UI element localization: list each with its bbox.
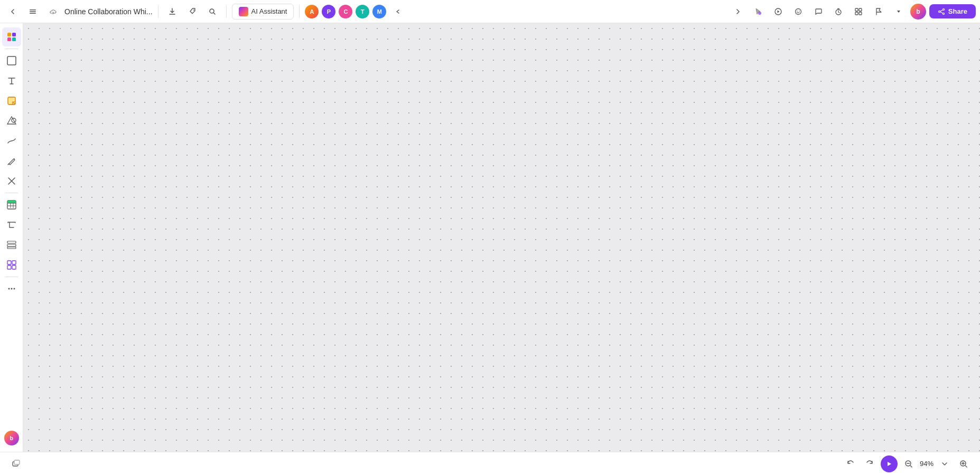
- zoom-out-button[interactable]: [901, 456, 917, 472]
- divider-3: [299, 5, 300, 18]
- collab-avatar-5[interactable]: M: [372, 5, 386, 18]
- collab-avatar-3[interactable]: C: [339, 5, 352, 18]
- expand-right-button[interactable]: [730, 3, 746, 20]
- cursor-collab-button[interactable]: [750, 3, 767, 20]
- more-tools-button[interactable]: [2, 279, 21, 298]
- svg-point-7: [795, 8, 801, 14]
- svg-rect-29: [7, 244, 16, 246]
- sticky-note-tool[interactable]: [2, 91, 21, 110]
- pages-button[interactable]: [8, 456, 24, 472]
- more-options-button[interactable]: [890, 3, 907, 20]
- collab-avatar-1[interactable]: A: [305, 5, 319, 18]
- reactions-button[interactable]: [790, 3, 807, 20]
- zoom-dropdown-button[interactable]: [937, 456, 953, 472]
- toolbar-divider-3: [5, 277, 18, 277]
- svg-point-9: [799, 11, 800, 12]
- svg-point-36: [11, 288, 12, 290]
- ai-icon: [239, 7, 248, 16]
- svg-rect-19: [12, 33, 16, 36]
- user-avatar[interactable]: b: [910, 4, 926, 20]
- svg-rect-33: [7, 265, 11, 269]
- sync-icon: [44, 3, 61, 20]
- svg-rect-39: [14, 460, 20, 464]
- timer-button[interactable]: [830, 3, 847, 20]
- share-button[interactable]: Share: [929, 4, 976, 18]
- svg-point-3: [193, 10, 194, 11]
- ai-assistant-label: AI Assistant: [251, 7, 287, 15]
- back-button[interactable]: [4, 3, 21, 20]
- svg-rect-0: [30, 10, 36, 11]
- undo-button[interactable]: [843, 456, 858, 472]
- ai-assistant-button[interactable]: AI Assistant: [232, 4, 294, 20]
- svg-point-37: [13, 288, 15, 290]
- svg-rect-22: [7, 56, 16, 65]
- flag-button[interactable]: [870, 3, 887, 20]
- frame-tool[interactable]: [2, 51, 21, 70]
- topbar: Online Collaboration Whi... AI Assistant: [0, 0, 980, 23]
- svg-rect-28: [7, 241, 16, 243]
- svg-rect-30: [7, 247, 16, 249]
- topbar-right: b Share: [730, 3, 976, 20]
- bottombar-left: [8, 456, 24, 472]
- svg-point-17: [942, 13, 944, 14]
- canvas-area[interactable]: [23, 23, 980, 452]
- main-area: b: [0, 23, 980, 452]
- zoom-in-button[interactable]: [956, 456, 972, 472]
- collab-avatar-2[interactable]: P: [322, 5, 335, 18]
- shape-tool[interactable]: [2, 111, 21, 130]
- svg-rect-11: [855, 8, 858, 11]
- share-label: Share: [948, 7, 967, 15]
- bottombar-right: 94%: [843, 455, 972, 472]
- svg-rect-18: [7, 33, 11, 36]
- svg-rect-21: [12, 37, 16, 41]
- doc-title: Online Collaboration Whi...: [64, 7, 153, 16]
- search-button[interactable]: [204, 3, 221, 20]
- grid-tool[interactable]: [2, 255, 21, 274]
- list-tool[interactable]: [2, 235, 21, 254]
- zoom-level: 94%: [920, 460, 934, 468]
- line-tool[interactable]: [2, 131, 21, 150]
- text-tool[interactable]: [2, 71, 21, 90]
- connector-tool[interactable]: [2, 172, 21, 191]
- pen-tool[interactable]: [2, 151, 21, 170]
- bottombar: 94%: [0, 452, 980, 475]
- svg-rect-27: [7, 201, 16, 203]
- play-presentation-button[interactable]: [770, 3, 787, 20]
- redo-button[interactable]: [862, 456, 878, 472]
- toolbar-divider-2: [5, 193, 18, 193]
- svg-rect-12: [859, 8, 862, 11]
- svg-rect-31: [7, 261, 11, 264]
- svg-point-16: [938, 11, 940, 12]
- svg-point-8: [797, 11, 798, 12]
- user-tool-button[interactable]: b: [2, 429, 21, 448]
- left-toolbar: b: [0, 23, 23, 452]
- text-frame-tool[interactable]: [2, 215, 21, 234]
- svg-point-35: [8, 288, 10, 290]
- svg-rect-1: [30, 11, 36, 12]
- present-button[interactable]: [881, 455, 898, 472]
- svg-point-5: [758, 12, 761, 15]
- svg-point-15: [942, 8, 944, 10]
- svg-rect-32: [12, 261, 16, 264]
- divider-1: [158, 5, 158, 18]
- svg-point-4: [210, 9, 214, 13]
- download-button[interactable]: [164, 3, 181, 20]
- table-tool[interactable]: [2, 195, 21, 214]
- color-palette-tool[interactable]: [2, 27, 21, 46]
- svg-rect-14: [859, 12, 862, 15]
- grid-view-button[interactable]: [850, 3, 867, 20]
- svg-rect-13: [855, 12, 858, 15]
- comment-button[interactable]: [810, 3, 827, 20]
- tag-button[interactable]: [184, 3, 201, 20]
- collapse-collab-button[interactable]: [389, 3, 406, 20]
- topbar-left: Online Collaboration Whi... AI Assistant: [4, 3, 727, 20]
- divider-2: [226, 5, 227, 18]
- toolbar-divider-1: [5, 49, 18, 49]
- collab-avatar-4[interactable]: T: [356, 5, 369, 18]
- menu-button[interactable]: [24, 3, 41, 20]
- svg-rect-20: [7, 37, 11, 41]
- svg-rect-2: [30, 13, 36, 14]
- svg-rect-34: [12, 265, 16, 269]
